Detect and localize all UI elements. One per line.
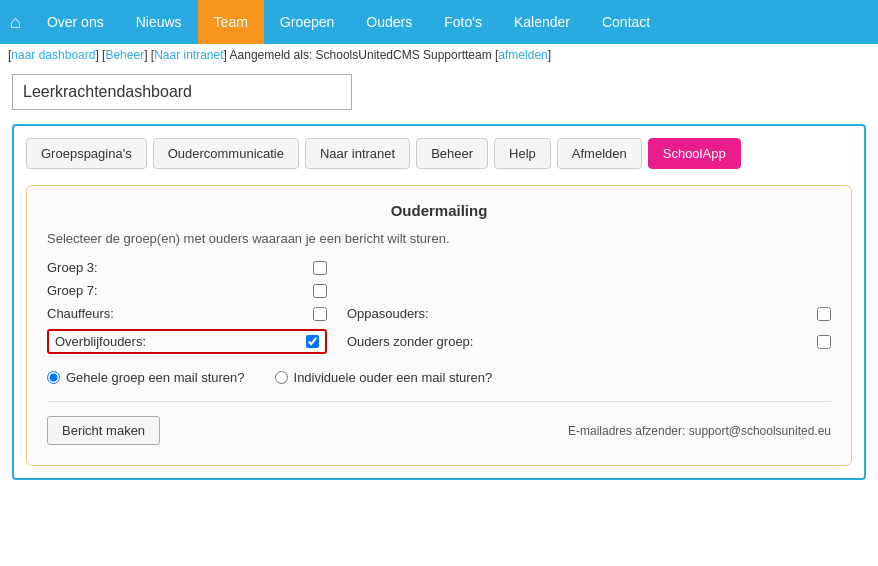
checkbox-grid: Groep 3: Groep 7: Chauffeurs: Oppasouder…	[47, 260, 831, 354]
bericht-maken-button[interactable]: Bericht maken	[47, 416, 160, 445]
breadcrumb-dashboard-link[interactable]: naar dashboard	[11, 48, 95, 62]
checkbox-row-chauffeurs: Chauffeurs:	[47, 306, 327, 321]
checkbox-overblijfouders[interactable]	[306, 335, 319, 348]
email-info: E-mailadres afzender: support@schoolsuni…	[568, 424, 831, 438]
logged-in-text: Aangemeld als: SchoolsUnitedCMS Supportt…	[230, 48, 492, 62]
oudermailing-panel: Oudermailing Selecteer de groep(en) met …	[26, 185, 852, 466]
logout-link[interactable]: afmelden	[498, 48, 547, 62]
nav-item-kalender[interactable]: Kalender	[498, 0, 586, 44]
action-buttons-row: Groepspagina's Oudercommunicatie Naar in…	[26, 138, 852, 169]
checkbox-row-groep3: Groep 3:	[47, 260, 327, 275]
breadcrumb-intranet-link[interactable]: Naar intranet	[154, 48, 223, 62]
bottom-row: Bericht maken E-mailadres afzender: supp…	[47, 416, 831, 445]
nav-item-nieuws[interactable]: Nieuws	[120, 0, 198, 44]
radio-individuele-ouder-label: Individuele ouder een mail sturen?	[294, 370, 493, 385]
label-groep7: Groep 7:	[47, 283, 305, 298]
main-content: Groepspagina's Oudercommunicatie Naar in…	[0, 66, 878, 488]
checkbox-groep7[interactable]	[313, 284, 327, 298]
divider	[47, 401, 831, 402]
nav-item-contact[interactable]: Contact	[586, 0, 666, 44]
empty-col1	[347, 260, 831, 275]
checkbox-row-ouders-zonder-groep: Ouders zonder groep:	[347, 329, 831, 354]
nav-item-fotos[interactable]: Foto's	[428, 0, 498, 44]
checkbox-row-groep7: Groep 7:	[47, 283, 327, 298]
checkbox-chauffeurs[interactable]	[313, 307, 327, 321]
label-ouders-zonder-groep: Ouders zonder groep:	[347, 334, 809, 349]
radio-individuele-ouder-input[interactable]	[275, 371, 288, 384]
outer-container: Groepspagina's Oudercommunicatie Naar in…	[12, 124, 866, 480]
radio-gehele-groep-input[interactable]	[47, 371, 60, 384]
nav-item-team[interactable]: Team	[198, 0, 264, 44]
empty-col2	[347, 283, 831, 298]
btn-afmelden[interactable]: Afmelden	[557, 138, 642, 169]
radio-individuele-ouder: Individuele ouder een mail sturen?	[275, 370, 493, 385]
nav-item-ouders[interactable]: Ouders	[350, 0, 428, 44]
label-oppasouders: Oppasouders:	[347, 306, 809, 321]
home-icon[interactable]: ⌂	[10, 12, 21, 33]
email-label: E-mailadres afzender:	[568, 424, 685, 438]
label-overblijfouders: Overblijfouders:	[55, 334, 298, 349]
dashboard-title-input[interactable]	[12, 74, 352, 110]
email-value: support@schoolsunited.eu	[689, 424, 831, 438]
nav-item-groepen[interactable]: Groepen	[264, 0, 350, 44]
checkbox-ouders-zonder-groep[interactable]	[817, 335, 831, 349]
nav-item-over-ons[interactable]: Over ons	[31, 0, 120, 44]
btn-schoolapp[interactable]: SchoolApp	[648, 138, 741, 169]
radio-gehele-groep-label: Gehele groep een mail sturen?	[66, 370, 245, 385]
checkbox-row-oppasouders: Oppasouders:	[347, 306, 831, 321]
radio-options-row: Gehele groep een mail sturen? Individuel…	[47, 370, 831, 385]
btn-groepspaginas[interactable]: Groepspagina's	[26, 138, 147, 169]
btn-naar-intranet[interactable]: Naar intranet	[305, 138, 410, 169]
radio-gehele-groep: Gehele groep een mail sturen?	[47, 370, 245, 385]
btn-help[interactable]: Help	[494, 138, 551, 169]
btn-beheer[interactable]: Beheer	[416, 138, 488, 169]
panel-subtitle: Selecteer de groep(en) met ouders waaraa…	[47, 231, 831, 246]
panel-title: Oudermailing	[47, 202, 831, 219]
label-groep3: Groep 3:	[47, 260, 305, 275]
checkbox-oppasouders[interactable]	[817, 307, 831, 321]
checkbox-groep3[interactable]	[313, 261, 327, 275]
highlighted-row-overblijfouders: Overblijfouders:	[47, 329, 327, 354]
top-nav: ⌂ Over ons Nieuws Team Groepen Ouders Fo…	[0, 0, 878, 44]
label-chauffeurs: Chauffeurs:	[47, 306, 305, 321]
breadcrumb-beheer-link[interactable]: Beheer	[105, 48, 144, 62]
btn-oudercommunicatie[interactable]: Oudercommunicatie	[153, 138, 299, 169]
breadcrumb-bar: [naar dashboard] [Beheer] [Naar intranet…	[0, 44, 878, 66]
